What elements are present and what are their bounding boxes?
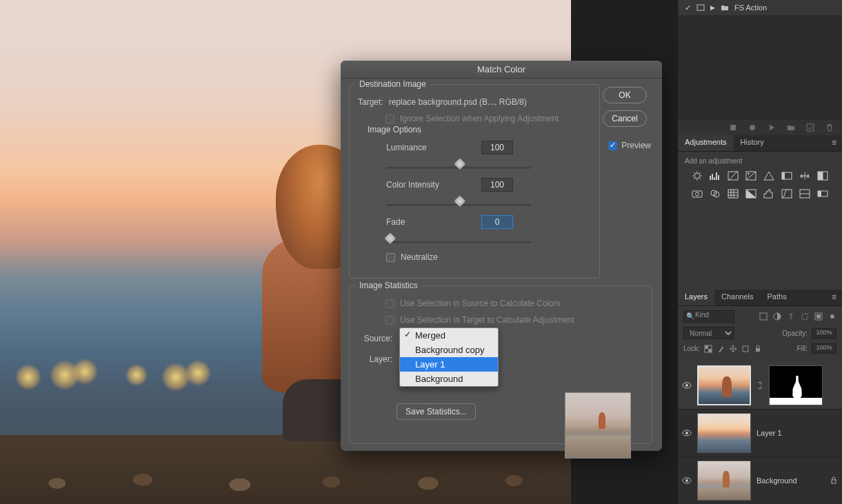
blend-mode-select[interactable]: Normal xyxy=(683,327,734,339)
tab-channels[interactable]: Channels xyxy=(714,290,760,305)
stop-icon[interactable] xyxy=(729,123,737,132)
layer-row[interactable] xyxy=(678,362,842,410)
luminance-slider[interactable] xyxy=(386,161,531,174)
svg-rect-20 xyxy=(818,191,821,196)
layers-panel-menu-icon[interactable]: ≡ xyxy=(826,290,842,305)
color-lookup-icon[interactable] xyxy=(727,188,739,199)
neutralize-checkbox[interactable] xyxy=(386,253,395,262)
photo-filter-icon[interactable] xyxy=(691,188,703,199)
neutralize-label: Neutralize xyxy=(401,252,438,262)
brightness-contrast-icon[interactable] xyxy=(691,170,703,181)
visibility-icon[interactable] xyxy=(682,428,692,438)
play-icon[interactable] xyxy=(768,123,776,132)
color-balance-icon[interactable] xyxy=(799,170,811,181)
ignore-selection-checkbox xyxy=(385,114,394,123)
selective-color-icon[interactable] xyxy=(799,188,811,199)
dropdown-option-background-copy[interactable]: Background copy xyxy=(400,343,498,357)
actions-empty-area xyxy=(678,15,842,119)
layer-row[interactable]: Layer 1 xyxy=(678,410,842,457)
gradient-map-icon[interactable] xyxy=(816,188,829,199)
use-source-checkbox xyxy=(385,299,394,308)
filter-smart-icon[interactable] xyxy=(814,312,823,321)
record-icon[interactable] xyxy=(748,123,756,132)
hue-saturation-icon[interactable] xyxy=(781,170,793,181)
vibrance-icon[interactable] xyxy=(763,170,775,181)
posterize-icon[interactable] xyxy=(763,188,775,199)
lock-artboard-icon[interactable] xyxy=(741,345,750,353)
tab-history[interactable]: History xyxy=(734,135,771,151)
folder-icon xyxy=(721,3,729,12)
black-white-icon[interactable] xyxy=(816,170,829,181)
fill-value[interactable]: 100% xyxy=(812,343,836,354)
preview-label: Preview xyxy=(621,141,651,150)
svg-rect-11 xyxy=(692,191,702,197)
lock-icon xyxy=(830,476,838,485)
layer-name[interactable]: Layer 1 xyxy=(756,429,782,437)
curves-icon[interactable] xyxy=(727,170,739,181)
filter-type-icon[interactable]: T xyxy=(787,312,795,321)
layer-thumbnail[interactable] xyxy=(697,461,751,501)
color-intensity-slider[interactable] xyxy=(386,199,531,211)
color-intensity-input[interactable] xyxy=(481,178,513,192)
layer-filter-kind[interactable]: 🔍 Kind xyxy=(683,310,734,323)
svg-rect-10 xyxy=(818,172,823,180)
new-set-icon[interactable] xyxy=(787,123,795,132)
exposure-icon[interactable] xyxy=(745,170,757,181)
action-row[interactable]: ✓ ▶ FS Action xyxy=(678,0,842,15)
opacity-label: Opacity: xyxy=(782,330,808,337)
layer-thumbnail[interactable] xyxy=(697,365,751,405)
image-statistics-legend: Image Statistics xyxy=(355,281,422,290)
threshold-icon[interactable] xyxy=(781,188,793,199)
fade-input[interactable] xyxy=(481,215,513,229)
fade-label: Fade xyxy=(386,217,476,227)
layer-thumbnail[interactable] xyxy=(697,413,751,453)
dropdown-option-layer-1[interactable]: Layer 1 xyxy=(400,357,498,372)
visibility-icon[interactable] xyxy=(682,381,692,390)
cancel-button[interactable]: Cancel xyxy=(603,110,647,127)
use-target-checkbox xyxy=(385,316,394,325)
fill-label: Fill: xyxy=(796,345,808,352)
dropdown-option-merged[interactable]: Merged xyxy=(400,328,498,343)
svg-rect-1 xyxy=(730,125,736,130)
svg-point-26 xyxy=(830,314,834,319)
action-check-icon: ✓ xyxy=(685,3,691,12)
svg-rect-17 xyxy=(782,190,792,198)
destination-legend: Destination Image xyxy=(355,79,430,89)
filter-shape-icon[interactable] xyxy=(801,312,809,321)
preview-checkbox[interactable] xyxy=(608,141,617,150)
ok-button[interactable]: OK xyxy=(603,87,647,103)
invert-icon[interactable] xyxy=(745,188,757,199)
filter-toggle-icon[interactable] xyxy=(828,312,836,321)
panel-menu-icon[interactable]: ≡ xyxy=(826,135,842,151)
tab-layers[interactable]: Layers xyxy=(678,290,714,305)
visibility-icon[interactable] xyxy=(682,476,692,485)
channel-mixer-icon[interactable] xyxy=(709,188,721,199)
lock-image-icon[interactable] xyxy=(716,345,725,353)
levels-icon[interactable] xyxy=(709,170,721,181)
filter-pixel-icon[interactable] xyxy=(759,312,768,321)
link-mask-icon[interactable] xyxy=(756,381,763,390)
tab-adjustments[interactable]: Adjustments xyxy=(678,135,734,151)
layer-row[interactable]: Background xyxy=(678,457,842,504)
lock-position-icon[interactable] xyxy=(729,345,737,353)
lock-all-icon[interactable] xyxy=(754,345,762,353)
ignore-selection-label: Ignore Selection when Applying Adjustmen… xyxy=(400,114,559,123)
dropdown-option-background[interactable]: Background xyxy=(400,372,498,386)
luminance-input[interactable] xyxy=(481,141,513,154)
source-label: Source: xyxy=(358,334,392,343)
opacity-value[interactable]: 100% xyxy=(812,328,836,339)
fade-slider[interactable] xyxy=(386,236,531,248)
lock-transparency-icon[interactable] xyxy=(704,345,712,353)
trash-icon[interactable] xyxy=(825,123,834,132)
layer-mask-thumbnail[interactable] xyxy=(769,365,823,405)
save-statistics-button[interactable]: Save Statistics... xyxy=(397,403,476,420)
filter-adjustment-icon[interactable] xyxy=(773,312,781,321)
new-action-icon[interactable] xyxy=(806,123,814,132)
layer-name[interactable]: Background xyxy=(756,476,797,485)
layer-dropdown-menu: Merged Background copy Layer 1 Backgroun… xyxy=(399,327,499,387)
tab-paths[interactable]: Paths xyxy=(761,290,794,305)
lock-label: Lock: xyxy=(683,345,700,352)
luminance-label: Luminance xyxy=(386,143,476,152)
svg-rect-28 xyxy=(743,346,748,352)
svg-point-4 xyxy=(694,173,700,179)
